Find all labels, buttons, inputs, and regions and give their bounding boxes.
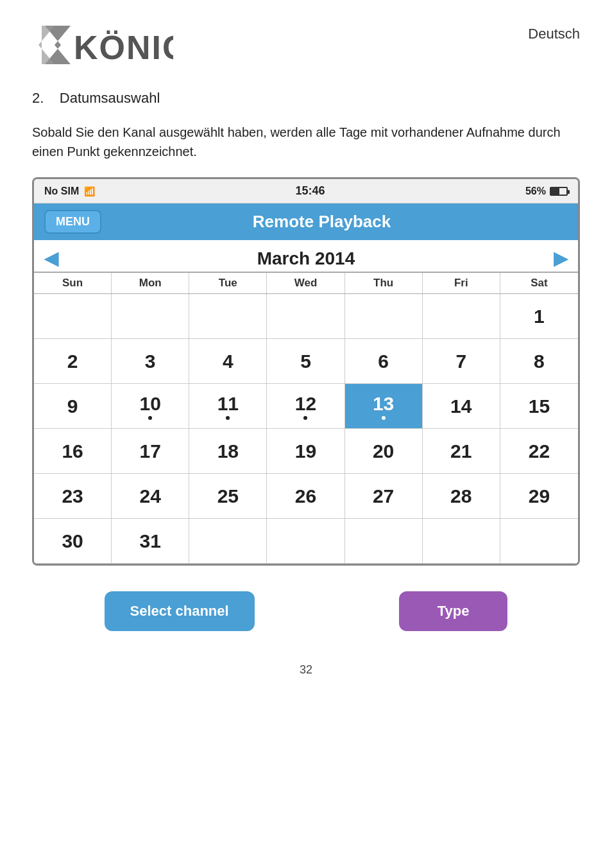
- status-right: 56%: [525, 186, 568, 197]
- calendar-cell-30[interactable]: 30: [34, 519, 112, 564]
- status-left: No SIM 📶: [44, 186, 95, 197]
- svg-text:KÖNIG: KÖNIG: [74, 29, 173, 66]
- status-time: 15:46: [296, 184, 325, 198]
- day-number-4: 4: [223, 351, 234, 372]
- battery-fill: [551, 188, 559, 195]
- calendar-cell-23[interactable]: 23: [34, 474, 112, 519]
- logo: KÖNIG: [32, 19, 173, 71]
- recording-dot-13: [382, 416, 386, 420]
- calendar-cell-20[interactable]: 20: [345, 429, 423, 474]
- day-number-6: 6: [378, 351, 389, 372]
- description-text: Sobald Sie den Kanal ausgewählt haben, w…: [0, 116, 612, 177]
- calendar-cell-17[interactable]: 17: [112, 429, 189, 474]
- recording-dot-11: [226, 416, 230, 420]
- calendar-cell-3[interactable]: 3: [112, 339, 189, 384]
- day-number-26: 26: [295, 485, 316, 507]
- battery-icon: [550, 187, 568, 196]
- menu-button[interactable]: MENU: [44, 210, 101, 234]
- day-number-28: 28: [450, 485, 472, 507]
- select-channel-button[interactable]: Select channel: [105, 591, 255, 631]
- day-number-7: 7: [455, 351, 466, 372]
- type-button[interactable]: Type: [399, 591, 508, 631]
- calendar-cell-empty-5-5: [423, 519, 500, 564]
- recording-dot-12: [303, 416, 307, 420]
- calendar-cell-21[interactable]: 21: [423, 429, 500, 474]
- calendar-cell-empty-0-2: [189, 294, 267, 339]
- day-number-3: 3: [145, 351, 156, 372]
- calendar-cell-1[interactable]: 1: [500, 294, 578, 339]
- page-number: 32: [0, 657, 612, 683]
- calendar-cell-24[interactable]: 24: [112, 474, 189, 519]
- prev-month-button[interactable]: ◀: [44, 248, 58, 269]
- day-number-23: 23: [62, 485, 83, 507]
- day-number-27: 27: [373, 485, 394, 507]
- calendar-cell-empty-5-6: [500, 519, 578, 564]
- calendar-cell-13[interactable]: 13: [345, 384, 423, 429]
- calendar-cell-15[interactable]: 15: [500, 384, 578, 429]
- calendar-cell-11[interactable]: 11: [189, 384, 267, 429]
- bottom-buttons: Select channel Type: [0, 566, 612, 657]
- day-number-11: 11: [217, 393, 239, 415]
- day-header-thu: Thu: [345, 273, 423, 293]
- app-nav: MENU Remote Playback: [34, 204, 578, 240]
- section-number: 2.: [32, 90, 44, 106]
- language-label: Deutsch: [528, 26, 580, 42]
- day-number-18: 18: [217, 440, 239, 462]
- day-number-12: 12: [295, 393, 316, 415]
- day-header-mon: Mon: [112, 273, 189, 293]
- day-number-20: 20: [373, 440, 394, 462]
- day-number-5: 5: [300, 351, 311, 372]
- calendar-cell-7[interactable]: 7: [423, 339, 500, 384]
- day-number-17: 17: [140, 440, 161, 462]
- calendar-container: ◀ March 2014 ▶ Sun Mon Tue Wed Thu Fri S…: [34, 240, 578, 564]
- calendar-cell-12[interactable]: 12: [267, 384, 344, 429]
- calendar-cell-25[interactable]: 25: [189, 474, 267, 519]
- recording-dot-10: [148, 416, 152, 420]
- day-header-sat: Sat: [500, 273, 578, 293]
- calendar-cell-29[interactable]: 29: [500, 474, 578, 519]
- calendar-header: ◀ March 2014 ▶: [34, 240, 578, 272]
- section-title: Datumsauswahl: [60, 90, 160, 106]
- calendar-cell-16[interactable]: 16: [34, 429, 112, 474]
- calendar-cell-9[interactable]: 9: [34, 384, 112, 429]
- calendar-cell-empty-5-4: [345, 519, 423, 564]
- calendar-cell-27[interactable]: 27: [345, 474, 423, 519]
- section-heading: 2. Datumsauswahl: [0, 77, 612, 116]
- day-number-2: 2: [67, 351, 78, 372]
- carrier-label: No SIM: [44, 186, 79, 197]
- calendar-cell-10[interactable]: 10: [112, 384, 189, 429]
- next-month-button[interactable]: ▶: [554, 248, 568, 269]
- calendar-cell-22[interactable]: 22: [500, 429, 578, 474]
- calendar-cell-26[interactable]: 26: [267, 474, 344, 519]
- calendar-cell-8[interactable]: 8: [500, 339, 578, 384]
- calendar-grid: 1234567891011121314151617181920212223242…: [34, 294, 578, 564]
- day-number-14: 14: [450, 395, 472, 417]
- calendar-cell-19[interactable]: 19: [267, 429, 344, 474]
- calendar-cell-28[interactable]: 28: [423, 474, 500, 519]
- calendar-cell-empty-0-5: [423, 294, 500, 339]
- calendar-cell-18[interactable]: 18: [189, 429, 267, 474]
- day-number-8: 8: [534, 351, 545, 372]
- day-header-wed: Wed: [267, 273, 344, 293]
- day-number-25: 25: [217, 485, 239, 507]
- day-header-fri: Fri: [423, 273, 500, 293]
- calendar-cell-2[interactable]: 2: [34, 339, 112, 384]
- day-number-19: 19: [295, 440, 316, 462]
- calendar-cell-6[interactable]: 6: [345, 339, 423, 384]
- day-header-tue: Tue: [189, 273, 267, 293]
- day-number-29: 29: [529, 485, 550, 507]
- wifi-icon: 📶: [84, 186, 95, 196]
- page-header: KÖNIG Deutsch: [0, 0, 612, 77]
- day-number-13: 13: [373, 393, 394, 415]
- calendar-cell-14[interactable]: 14: [423, 384, 500, 429]
- calendar-cell-31[interactable]: 31: [112, 519, 189, 564]
- calendar-cell-empty-5-2: [189, 519, 267, 564]
- calendar-cell-empty-0-0: [34, 294, 112, 339]
- day-number-30: 30: [62, 530, 83, 552]
- calendar-cell-4[interactable]: 4: [189, 339, 267, 384]
- calendar-cell-empty-5-3: [267, 519, 344, 564]
- calendar-cell-5[interactable]: 5: [267, 339, 344, 384]
- day-number-21: 21: [450, 440, 472, 462]
- battery-percent: 56%: [525, 186, 546, 197]
- day-number-10: 10: [140, 393, 161, 415]
